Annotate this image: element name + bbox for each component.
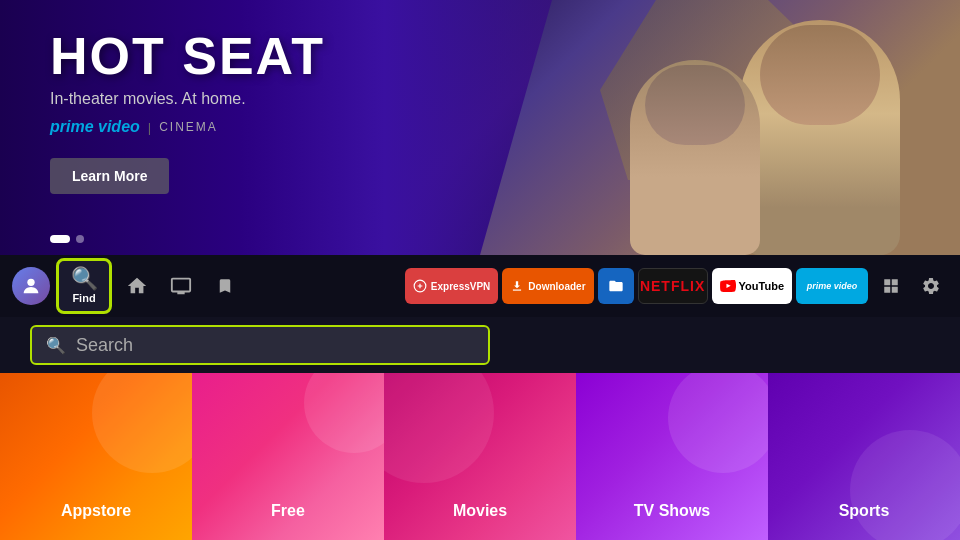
netflix-app[interactable]: NETFLIX bbox=[638, 268, 708, 304]
expressvpn-app[interactable]: ExpressVPN bbox=[405, 268, 498, 304]
files-app[interactable] bbox=[598, 268, 634, 304]
user-avatar[interactable] bbox=[12, 267, 50, 305]
categories-row: Appstore Free Movies TV Shows Sports bbox=[0, 373, 960, 540]
learn-more-button[interactable]: Learn More bbox=[50, 158, 169, 194]
primevideo-label: prime video bbox=[807, 281, 858, 291]
tvshows-tile[interactable]: TV Shows bbox=[576, 373, 768, 540]
hero-character-1 bbox=[740, 20, 900, 255]
search-bar-container: 🔍 Search bbox=[0, 317, 960, 373]
hero-dots bbox=[50, 235, 84, 243]
tvshows-label: TV Shows bbox=[634, 502, 710, 520]
hero-dot-2[interactable] bbox=[76, 235, 84, 243]
navbar: 🔍 Find ExpressVPN Downloader bbox=[0, 255, 960, 317]
youtube-label: YouTube bbox=[739, 280, 784, 292]
find-button[interactable]: 🔍 Find bbox=[56, 258, 112, 314]
netflix-label: NETFLIX bbox=[640, 278, 705, 294]
expressvpn-label: ExpressVPN bbox=[431, 281, 490, 292]
search-icon: 🔍 bbox=[71, 268, 98, 290]
hero-dot-1[interactable] bbox=[50, 235, 70, 243]
hero-content: HOT SEAT In-theater movies. At home. pri… bbox=[50, 30, 325, 194]
free-label: Free bbox=[271, 502, 305, 520]
hero-logo: prime video | CINEMA bbox=[50, 118, 325, 136]
search-placeholder: Search bbox=[76, 335, 133, 356]
hero-character-2 bbox=[630, 60, 760, 255]
grid-button[interactable] bbox=[874, 269, 908, 303]
movies-label: Movies bbox=[453, 502, 507, 520]
prime-video-brand: prime video bbox=[50, 118, 140, 136]
hero-divider: | bbox=[148, 120, 151, 135]
free-tile[interactable]: Free bbox=[192, 373, 384, 540]
sports-tile[interactable]: Sports bbox=[768, 373, 960, 540]
tv-nav-button[interactable] bbox=[162, 267, 200, 305]
hero-subtitle: In-theater movies. At home. bbox=[50, 90, 325, 108]
search-bar[interactable]: 🔍 Search bbox=[30, 325, 490, 365]
bookmark-nav-button[interactable] bbox=[206, 267, 244, 305]
search-bar-icon: 🔍 bbox=[46, 336, 66, 355]
primevideo-app[interactable]: prime video bbox=[796, 268, 868, 304]
sports-label: Sports bbox=[839, 502, 890, 520]
app-shortcuts: ExpressVPN Downloader NETFLIX YouTube pr… bbox=[405, 268, 868, 304]
hero-title: HOT SEAT bbox=[50, 30, 325, 82]
youtube-app[interactable]: YouTube bbox=[712, 268, 792, 304]
settings-button[interactable] bbox=[914, 269, 948, 303]
svg-point-0 bbox=[27, 279, 34, 286]
appstore-tile[interactable]: Appstore bbox=[0, 373, 192, 540]
downloader-app[interactable]: Downloader bbox=[502, 268, 593, 304]
downloader-label: Downloader bbox=[528, 281, 585, 292]
find-label: Find bbox=[72, 292, 95, 304]
hero-banner: HOT SEAT In-theater movies. At home. pri… bbox=[0, 0, 960, 255]
appstore-label: Appstore bbox=[61, 502, 131, 520]
home-nav-button[interactable] bbox=[118, 267, 156, 305]
movies-tile[interactable]: Movies bbox=[384, 373, 576, 540]
hero-category: CINEMA bbox=[159, 120, 218, 134]
